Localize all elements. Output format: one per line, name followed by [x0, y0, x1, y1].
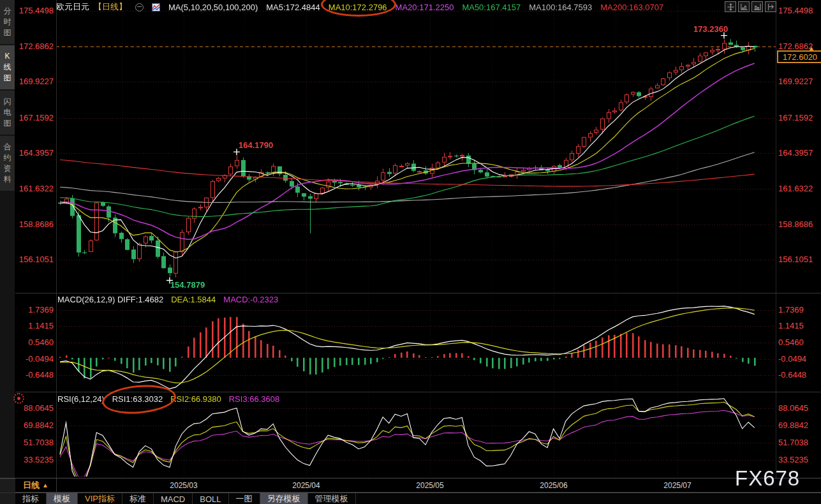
y-axis-label: 161.6322: [15, 184, 54, 193]
collapse-icon[interactable]: [135, 3, 144, 11]
toolbar-tab-指标[interactable]: 指标: [15, 493, 47, 504]
axis-scale-left-icon[interactable]: [738, 1, 750, 12]
macd-pane-canvas[interactable]: [56, 295, 776, 392]
ma-value: MA100:164.7593: [529, 3, 592, 12]
price-pane-canvas[interactable]: [56, 5, 776, 293]
axis-divider-right: [776, 0, 776, 478]
period-selector[interactable]: 日线 ▲: [15, 478, 57, 492]
indicator-value: DEA:1.5844: [171, 295, 216, 304]
y-axis-label: 169.9227: [778, 77, 813, 86]
pane-divider-1: [15, 293, 821, 293]
indicator-value: RSI2:66.9380: [170, 394, 221, 404]
toolbar-tab-模板[interactable]: 模板: [47, 493, 78, 504]
instrument-title: 欧元日元: [56, 1, 89, 13]
price-annotation: 173.2360: [693, 24, 728, 34]
watermark: FX678: [735, 466, 800, 491]
bottom-toolbar: 指标模板VIP指标标准MACDBOLL一图另存模板管理模板: [15, 493, 821, 504]
ma-value: MA50:167.4157: [462, 3, 521, 12]
y-axis-label: 69.8842: [778, 420, 808, 430]
y-axis-label: 167.1592: [778, 113, 813, 122]
rsi-pane-canvas[interactable]: [56, 394, 776, 478]
move-icon[interactable]: [725, 1, 736, 12]
shift-right-icon[interactable]: [765, 1, 776, 12]
y-axis-label: 69.8842: [15, 420, 54, 430]
corner-cell-top: [0, 478, 15, 493]
header-tool-icons: [725, 1, 776, 12]
axis-divider-left: [56, 0, 57, 478]
y-axis-label: 0.5460: [778, 337, 804, 347]
sidebar-item-闪电图[interactable]: 闪电图: [0, 91, 15, 135]
period-label: 日线: [23, 480, 40, 491]
x-axis-label: 2025/03: [170, 481, 197, 490]
x-axis-label: 2025/05: [416, 481, 443, 490]
y-axis-label: 158.8686: [15, 219, 54, 229]
y-axis-label: 0.5460: [15, 337, 54, 347]
y-axis-label: -0.6448: [778, 370, 806, 380]
y-axis-label: 1.7369: [15, 305, 54, 315]
toolbar-tab-一图[interactable]: 一图: [229, 493, 260, 504]
macd-header: MACD(26,12,9) DIFF:1.4682DEA:1.5844MACD:…: [57, 295, 278, 304]
y-axis-label: 172.6862: [15, 41, 54, 51]
chart-application: 分时图K线图闪电图合约资料 欧元日元 【日线】 MA(5,10,20,50,10…: [0, 0, 821, 504]
pane-divider-3: [0, 478, 821, 478]
indicator-value: RSI(6,12,24): [57, 394, 105, 404]
sidebar-item-K线图[interactable]: K线图: [0, 45, 15, 89]
toolbar-tab-VIP指标[interactable]: VIP指标: [78, 493, 122, 504]
period-tag: 【日线】: [94, 1, 127, 13]
toolbar-tab-MACD[interactable]: MACD: [154, 493, 193, 504]
toolbar-tab-标准[interactable]: 标准: [122, 493, 154, 504]
y-axis-label: 158.8686: [778, 219, 813, 229]
y-axis-label: 51.7038: [15, 438, 54, 447]
y-axis-label: 88.0645: [15, 403, 54, 413]
x-axis-label: 2025/07: [663, 481, 691, 490]
toolbar-tab-另存模板[interactable]: 另存模板: [260, 493, 308, 504]
y-axis-label: 161.6322: [778, 184, 813, 193]
price-annotation: 164.1790: [239, 140, 273, 150]
corner-cell-bottom: [0, 493, 15, 504]
chart-mini-icon: [152, 3, 160, 11]
pane-divider-2: [15, 392, 821, 392]
ma-values: MA5:172.4844MA10:172.2796MA20:171.2250MA…: [266, 3, 663, 12]
y-axis-label: 33.5235: [15, 455, 54, 464]
y-axis-label: 164.3957: [778, 148, 813, 158]
rsi-header: RSI(6,12,24)RSI1:63.3032RSI2:66.9380RSI3…: [57, 394, 279, 404]
y-axis-label: 1.7369: [778, 305, 804, 315]
toolbar-tab-管理模板[interactable]: 管理模板: [308, 493, 356, 504]
y-axis-label: 169.9227: [15, 77, 54, 86]
alert-marker-icon[interactable]: [13, 393, 24, 404]
indicator-value: MACD(26,12,9) DIFF:1.4682: [57, 295, 163, 304]
y-axis-label: 175.4498: [15, 6, 54, 15]
y-axis-label: 51.7038: [778, 438, 808, 447]
y-axis-label: 88.0645: [778, 403, 808, 413]
y-axis-label: -0.0494: [778, 354, 806, 364]
sidebar-item-合约资料[interactable]: 合约资料: [0, 136, 15, 191]
ma-settings-label: MA(5,10,20,50,100,200): [168, 3, 258, 12]
ma-value: MA10:172.2796: [329, 3, 387, 12]
left-sidebar: 分时图K线图闪电图合约资料: [0, 0, 15, 504]
toolbar-tab-BOLL[interactable]: BOLL: [193, 493, 228, 504]
y-axis-label: -0.6448: [15, 370, 54, 380]
ma-value: MA200:163.0707: [600, 3, 663, 12]
indicator-value: RSI1:63.3032: [112, 394, 163, 404]
y-axis-label: 33.5235: [778, 455, 808, 464]
y-axis-label: 1.1415: [15, 321, 54, 330]
chart-header: 欧元日元 【日线】 MA(5,10,20,50,100,200) MA5:172…: [56, 1, 663, 13]
y-axis-label: 175.4498: [778, 6, 813, 15]
ma-value: MA5:172.4844: [266, 3, 320, 12]
axis-scale-right-icon[interactable]: [751, 1, 763, 12]
price-up-arrow-icon: ▲: [808, 45, 815, 52]
price-annotation: 154.7879: [170, 280, 205, 290]
x-axis-label: 2025/04: [292, 481, 320, 490]
period-arrow-icon: ▲: [42, 482, 48, 489]
y-axis-label: 156.1051: [778, 255, 813, 264]
indicator-value: MACD:-0.2323: [223, 295, 278, 304]
y-axis-label: 167.1592: [15, 113, 54, 122]
y-axis-label: 1.1415: [778, 321, 804, 330]
x-axis-label: 2025/06: [540, 481, 567, 490]
y-axis-label: 156.1051: [15, 255, 54, 264]
sidebar-item-分时图[interactable]: 分时图: [0, 0, 15, 44]
ma-value: MA20:171.2250: [396, 3, 454, 12]
current-price-box: 172.6020: [777, 50, 821, 63]
y-axis-label: 164.3957: [15, 148, 54, 158]
indicator-value: RSI3:66.3608: [229, 394, 280, 404]
